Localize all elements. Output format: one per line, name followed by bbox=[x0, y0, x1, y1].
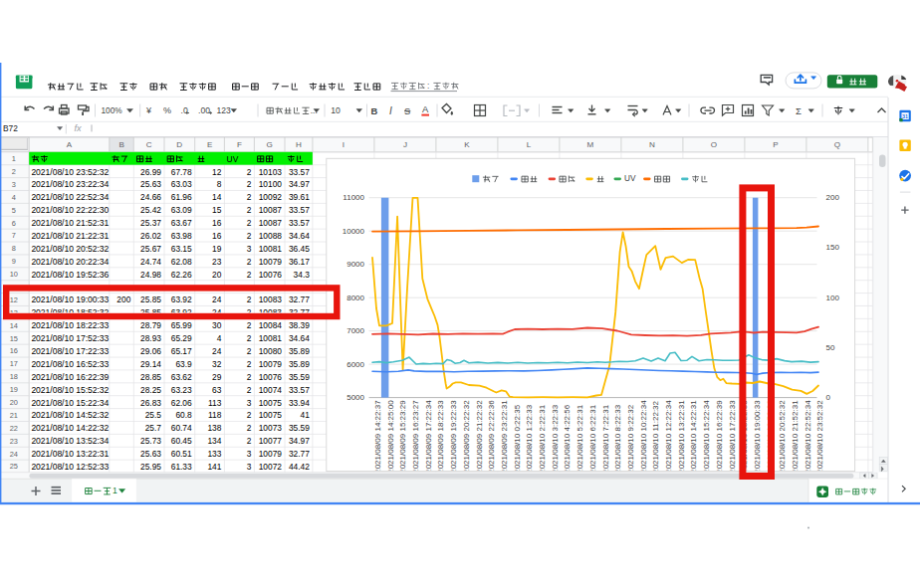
svg-text:10079: 10079 bbox=[259, 359, 283, 369]
svg-text:10087: 10087 bbox=[259, 205, 283, 215]
svg-text:D: D bbox=[176, 140, 182, 149]
svg-text:32: 32 bbox=[212, 359, 222, 369]
svg-text:10077: 10077 bbox=[259, 436, 283, 446]
svg-text:6: 6 bbox=[12, 219, 16, 228]
svg-text:2021/08/09 20:22:32: 2021/08/09 20:22:32 bbox=[462, 400, 471, 474]
svg-text:26.02: 26.02 bbox=[140, 231, 161, 241]
svg-text:29.06: 29.06 bbox=[140, 346, 161, 356]
svg-text:2: 2 bbox=[247, 359, 252, 369]
svg-text:UV: UV bbox=[624, 174, 636, 183]
svg-text:10080: 10080 bbox=[259, 346, 283, 356]
svg-text:I: I bbox=[343, 140, 345, 149]
svg-text:2021/08/10 4:22:56: 2021/08/10 4:22:56 bbox=[564, 404, 573, 474]
svg-text:J: J bbox=[403, 140, 407, 149]
svg-text:2021/08/09 17:22:34: 2021/08/09 17:22:34 bbox=[424, 400, 433, 474]
svg-text:63.23: 63.23 bbox=[171, 385, 192, 395]
svg-text:2: 2 bbox=[247, 167, 252, 177]
svg-text:138: 138 bbox=[207, 423, 221, 433]
svg-text:25.73: 25.73 bbox=[140, 436, 161, 446]
svg-text:2021/08/10 14:22:31: 2021/08/10 14:22:31 bbox=[690, 400, 699, 474]
svg-text:3: 3 bbox=[247, 462, 252, 472]
svg-text:10075: 10075 bbox=[259, 398, 283, 408]
svg-text:2: 2 bbox=[247, 320, 252, 330]
svg-text:12: 12 bbox=[212, 167, 222, 177]
svg-text:2: 2 bbox=[247, 423, 252, 433]
svg-text:2021/08/10 21:52:31: 2021/08/10 21:52:31 bbox=[31, 218, 109, 228]
svg-text:11000: 11000 bbox=[343, 193, 364, 202]
svg-text:24.74: 24.74 bbox=[140, 257, 161, 267]
svg-text:10100: 10100 bbox=[259, 179, 283, 189]
svg-text:16: 16 bbox=[10, 346, 18, 355]
svg-text:2: 2 bbox=[247, 346, 252, 356]
svg-text:31: 31 bbox=[902, 113, 908, 119]
svg-text:2021/08/10 16:22:39: 2021/08/10 16:22:39 bbox=[31, 372, 109, 382]
svg-text:2021/08/09 21:22:32: 2021/08/09 21:22:32 bbox=[475, 400, 484, 474]
svg-text:L: L bbox=[527, 140, 532, 149]
svg-text:2021/08/10 13:22:31: 2021/08/10 13:22:31 bbox=[677, 400, 686, 474]
svg-text:24: 24 bbox=[10, 450, 18, 459]
svg-text:19: 19 bbox=[10, 385, 18, 394]
svg-text:2021/08/10 22:22:30: 2021/08/10 22:22:30 bbox=[31, 205, 109, 215]
svg-text:Q: Q bbox=[834, 140, 840, 149]
svg-text:8000: 8000 bbox=[346, 294, 364, 302]
svg-text:H: H bbox=[296, 140, 302, 149]
svg-text:67.78: 67.78 bbox=[171, 167, 192, 177]
svg-text:6000: 6000 bbox=[346, 360, 364, 369]
svg-text:3: 3 bbox=[247, 244, 252, 254]
svg-text:10083: 10083 bbox=[259, 294, 283, 304]
svg-text:2021/08/10 21:52:31: 2021/08/10 21:52:31 bbox=[791, 400, 800, 474]
svg-text:2021/08/10 15:22:34: 2021/08/10 15:22:34 bbox=[31, 398, 109, 408]
svg-text:2: 2 bbox=[12, 167, 16, 176]
svg-text:A: A bbox=[422, 103, 429, 114]
svg-text:2021/08/10 15:52:32: 2021/08/10 15:52:32 bbox=[31, 385, 109, 395]
svg-text:25.63: 25.63 bbox=[140, 449, 161, 459]
svg-text:16: 16 bbox=[212, 218, 222, 228]
svg-text:2021/08/09 14:22:37: 2021/08/09 14:22:37 bbox=[373, 400, 382, 474]
svg-text:34.3: 34.3 bbox=[294, 270, 311, 280]
svg-text:32.77: 32.77 bbox=[289, 294, 310, 304]
svg-text:O: O bbox=[711, 140, 717, 149]
svg-text:34.64: 34.64 bbox=[289, 333, 310, 343]
svg-text:10081: 10081 bbox=[259, 244, 283, 254]
svg-text:65.99: 65.99 bbox=[171, 320, 192, 330]
svg-text:2021/08/10 7:22:31: 2021/08/10 7:22:31 bbox=[601, 404, 610, 474]
svg-text:61.33: 61.33 bbox=[171, 462, 192, 472]
svg-text:7: 7 bbox=[12, 231, 16, 240]
svg-text:UV: UV bbox=[227, 154, 239, 164]
svg-text:29.14: 29.14 bbox=[140, 359, 161, 369]
svg-text:G: G bbox=[267, 140, 273, 149]
svg-text:24: 24 bbox=[212, 294, 222, 304]
svg-text:60.8: 60.8 bbox=[175, 410, 192, 420]
svg-text:28.85: 28.85 bbox=[140, 372, 161, 382]
svg-text:2: 2 bbox=[247, 257, 252, 267]
svg-text:fx: fx bbox=[74, 123, 82, 133]
svg-text:2021/08/10 12:22:34: 2021/08/10 12:22:34 bbox=[664, 400, 673, 474]
svg-text:32.77: 32.77 bbox=[289, 449, 310, 459]
svg-text:10079: 10079 bbox=[259, 449, 283, 459]
svg-text:2021/08/09 23:22:31: 2021/08/09 23:22:31 bbox=[500, 400, 509, 474]
svg-text:B: B bbox=[371, 105, 378, 116]
svg-text:10: 10 bbox=[331, 105, 341, 115]
svg-text:2021/08/10 23:52:32: 2021/08/10 23:52:32 bbox=[31, 167, 109, 177]
svg-text:2021/08/09 22:22:36: 2021/08/09 22:22:36 bbox=[487, 400, 496, 474]
svg-text:2021/08/10 1:22:33: 2021/08/10 1:22:33 bbox=[525, 404, 534, 474]
svg-text:2021/08/10 12:52:33: 2021/08/10 12:52:33 bbox=[31, 462, 109, 472]
svg-text:10092: 10092 bbox=[259, 192, 283, 202]
svg-text:36.45: 36.45 bbox=[289, 244, 310, 254]
svg-text:15: 15 bbox=[212, 205, 222, 215]
svg-text:8: 8 bbox=[217, 179, 222, 189]
svg-text:38.39: 38.39 bbox=[289, 320, 310, 330]
svg-text:2021/08/09 18:22:33: 2021/08/09 18:22:33 bbox=[437, 400, 446, 474]
svg-text:34.64: 34.64 bbox=[289, 231, 310, 241]
svg-text:2021/08/10 17:22:33: 2021/08/10 17:22:33 bbox=[728, 400, 737, 474]
svg-text:62.06: 62.06 bbox=[171, 398, 192, 408]
svg-text:N: N bbox=[649, 140, 655, 149]
svg-text:9: 9 bbox=[12, 257, 16, 266]
svg-text:2021/08/10 17:22:33: 2021/08/10 17:22:33 bbox=[31, 346, 109, 356]
svg-text:2021/08/10 14:52:32: 2021/08/10 14:52:32 bbox=[31, 410, 109, 420]
svg-text:2021/08/10 13:22:31: 2021/08/10 13:22:31 bbox=[31, 449, 109, 459]
svg-text:10000: 10000 bbox=[343, 227, 365, 236]
svg-text:2021/08/10 21:22:31: 2021/08/10 21:22:31 bbox=[31, 231, 109, 241]
svg-text:23: 23 bbox=[10, 437, 18, 446]
svg-text:35.59: 35.59 bbox=[289, 423, 310, 433]
